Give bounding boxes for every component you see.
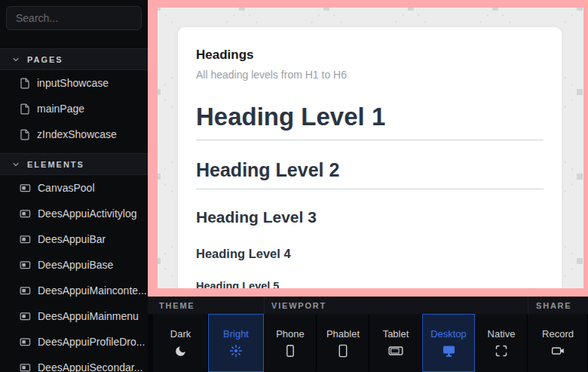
section-header-pages[interactable]: PAGES [0,48,148,70]
heading-level-2: Heading Level 2 [196,160,544,189]
button-label: Bright [223,328,249,340]
sidebar-item-deesappuibase[interactable]: DeesAppuiBase [0,252,148,278]
camera-icon [551,344,565,358]
sidebar-item-label: DeesAppuiSecondar... [38,361,142,372]
sidebar-item-zindexshowcase[interactable]: zIndexShowcase [0,121,148,147]
tablet-button[interactable]: Tablet [369,314,422,372]
phablet-icon [336,344,350,358]
phone-button[interactable]: Phone [264,314,317,372]
sidebar-item-label: DeesAppuiProfileDro... [38,336,145,348]
element-icon [20,362,31,372]
phablet-button[interactable]: Phablet [317,314,369,372]
preview-frame: Headings All heading levels from H1 to H… [148,0,588,297]
button-label: Dark [170,328,191,340]
sidebar-item-mainpage[interactable]: mainPage [0,96,148,121]
app-window: PAGESinputShowcasemainPagezIndexShowcase… [0,0,588,372]
headings-demo-card: Headings All heading levels from H1 to H… [178,27,562,288]
heading-level-4: Heading Level 4 [196,247,544,260]
sun-icon [229,344,243,358]
sidebar-item-label: zIndexShowcase [37,128,117,140]
sidebar-item-label: DeesAppuiMainconte... [38,284,147,297]
sidebar-item-deesappuimainconte[interactable]: DeesAppuiMainconte... [0,278,148,303]
element-icon [20,234,31,244]
button-label: Native [488,328,516,340]
sidebar-item-deesappuiprofiledro[interactable]: DeesAppuiProfileDro... [0,329,148,355]
toolbar-section-label-theme: THEME [148,297,264,314]
section-label: PAGES [27,55,63,64]
sidebar-item-deesappuimainmenu[interactable]: DeesAppuiMainmenu [0,303,148,329]
heading-level-5: Heading Level 5 [196,280,544,288]
page-icon [20,78,30,89]
section-header-elements[interactable]: ELEMENTS [0,153,148,175]
toolbar-section-labels: THEMEVIEWPORTSHARE [148,297,588,314]
phone-icon [283,344,297,358]
main-area: Headings All heading levels from H1 to H… [148,0,588,372]
element-icon [20,285,31,296]
chevron-down-icon [12,161,20,168]
brackets-icon [495,344,508,358]
search-box [0,0,148,36]
heading-level-3: Heading Level 3 [196,208,544,226]
bright-button[interactable]: Bright [208,314,264,372]
sidebar-item-deesappuisecondar[interactable]: DeesAppuiSecondar... [0,355,148,372]
record-button[interactable]: Record [528,314,588,372]
button-label: Phone [276,328,305,340]
sidebar: PAGESinputShowcasemainPagezIndexShowcase… [0,0,148,372]
element-icon [20,208,31,219]
tablet-icon [388,344,403,358]
card-subtitle: All heading levels from H1 to H6 [196,69,544,81]
sidebar-sections: PAGESinputShowcasemainPagezIndexShowcase… [0,48,148,372]
sidebar-item-deesappuiactivitylog[interactable]: DeesAppuiActivitylog [0,201,148,226]
button-label: Desktop [430,328,467,340]
element-icon [20,311,31,321]
chevron-down-icon [12,56,20,63]
button-label: Tablet [383,328,409,340]
native-button[interactable]: Native [475,314,528,372]
sidebar-item-label: DeesAppuiBase [38,259,113,271]
bottom-toolbar: THEMEVIEWPORTSHARE DarkBrightPhonePhable… [148,297,588,372]
element-icon [20,260,31,270]
sidebar-item-canvaspool[interactable]: CanvasPool [0,175,148,201]
toolbar-section-label-share: SHARE [528,297,588,314]
sidebar-item-label: DeesAppuiMainmenu [38,310,139,322]
button-label: Record [542,328,574,340]
sidebar-item-label: mainPage [37,103,84,115]
sidebar-item-deesappuibar[interactable]: DeesAppuiBar [0,226,148,252]
element-icon [20,183,31,193]
monitor-icon [442,344,456,358]
toolbar-buttons: DarkBrightPhonePhabletTabletDesktopNativ… [148,314,588,372]
button-label: Phablet [326,328,360,340]
card-title: Headings [196,48,544,63]
sidebar-item-inputshowcase[interactable]: inputShowcase [0,70,148,96]
search-input[interactable] [6,6,142,30]
moon-icon [174,344,187,358]
page-icon [20,129,30,140]
sidebar-item-label: DeesAppuiBar [38,233,106,245]
preview-canvas: Headings All heading levels from H1 to H… [158,8,583,288]
desktop-button[interactable]: Desktop [422,314,475,372]
page-icon [20,103,30,115]
sidebar-item-label: DeesAppuiActivitylog [38,208,137,220]
element-icon [20,337,31,347]
toolbar-section-label-viewport: VIEWPORT [264,297,528,314]
heading-level-1: Heading Level 1 [196,103,544,140]
headings-list: Heading Level 1Heading Level 2Heading Le… [196,103,544,288]
section-label: ELEMENTS [27,160,84,169]
dark-button[interactable]: Dark [153,314,208,372]
sidebar-item-label: inputShowcase [37,77,109,89]
sidebar-item-label: CanvasPool [38,182,95,194]
